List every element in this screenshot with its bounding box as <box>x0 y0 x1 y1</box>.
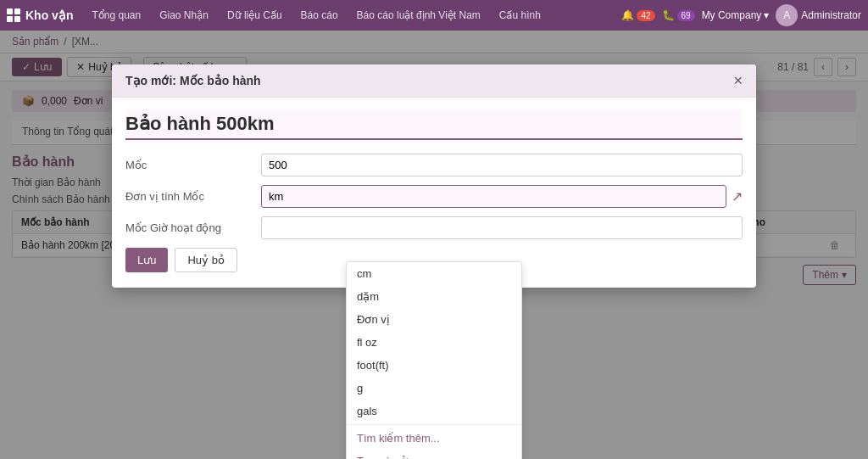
dropdown-item-dam[interactable]: dặm <box>347 285 521 308</box>
field-donvi-label: Đơn vị tính Mốc <box>125 190 261 203</box>
field-moc-input[interactable] <box>261 154 743 176</box>
external-link-icon[interactable]: ↗ <box>732 188 743 204</box>
modal-field-gio: Mốc Giờ hoạt động <box>125 216 743 239</box>
dropdown-list: cm dặm Đơn vị fl oz foot(ft) g gals Tìm … <box>346 261 522 459</box>
field-gio-control <box>261 216 743 239</box>
grid-icon <box>7 8 20 22</box>
company-label: My Company <box>702 9 762 21</box>
nav-giao-nhan[interactable]: Giao Nhận <box>151 0 217 31</box>
page-area: Sản phẩm / [XM... ✓ Lưu ✕ Huỷ bỏ Cập nhậ… <box>0 31 868 459</box>
modal-name-input[interactable] <box>125 109 743 140</box>
nav-tong-quan[interactable]: Tổng quan <box>83 0 149 31</box>
notification-badge: 42 <box>637 10 654 21</box>
bug-badge: 69 <box>677 10 695 21</box>
modal-save-button[interactable]: Lưu <box>125 248 168 272</box>
company-btn[interactable]: My Company ▾ <box>702 9 770 21</box>
dropdown-item-donvi[interactable]: Đơn vị <box>347 308 521 331</box>
bug-icon: 🐛 <box>662 9 675 21</box>
field-gio-label: Mốc Giờ hoạt động <box>125 221 261 234</box>
modal-body: Mốc Đơn vị tính Mốc km ↗ <box>112 98 756 288</box>
modal-dialog: Tạo mới: Mốc bảo hành × Mốc Đơn vị tính … <box>112 64 756 288</box>
top-nav: Tổng quan Giao Nhận Dữ liệu Cấu Báo cáo … <box>83 0 618 31</box>
dropdown-item-gals[interactable]: gals <box>347 400 521 423</box>
modal-close-button[interactable]: × <box>733 73 743 88</box>
nav-bao-cao-luat[interactable]: Báo cáo luật định Việt Nam <box>348 0 489 31</box>
dropdown-item-cm[interactable]: cm <box>347 262 521 285</box>
username: Administrator <box>801 9 861 21</box>
dropdown-item-floz[interactable]: fl oz <box>347 331 521 354</box>
dropdown-search-more[interactable]: Tìm kiếm thêm... <box>347 427 521 450</box>
field-donvi-control: km ↗ <box>261 185 743 208</box>
notification-btn[interactable]: 🔔 42 <box>621 9 654 21</box>
app-logo[interactable]: Kho vận <box>7 8 73 22</box>
logo-text: Kho vận <box>25 8 73 22</box>
modal-field-donvi: Đơn vị tính Mốc km ↗ <box>125 185 743 208</box>
bug-btn[interactable]: 🐛 69 <box>662 9 695 21</box>
user-menu[interactable]: A Administrator <box>776 4 861 26</box>
dropdown-divider <box>347 424 521 425</box>
modal-overlay: Tạo mới: Mốc bảo hành × Mốc Đơn vị tính … <box>0 31 868 459</box>
topbar: Kho vận Tổng quan Giao Nhận Dữ liệu Cấu … <box>0 0 868 31</box>
field-gio-input[interactable] <box>261 216 743 239</box>
nav-du-lieu[interactable]: Dữ liệu Cấu <box>219 0 291 31</box>
company-chevron-icon: ▾ <box>764 9 769 21</box>
field-donvi-select[interactable]: km <box>261 185 726 208</box>
modal-header: Tạo mới: Mốc bảo hành × <box>112 64 756 98</box>
dropdown-item-g[interactable]: g <box>347 377 521 400</box>
topbar-right: 🔔 42 🐛 69 My Company ▾ A Administrator <box>621 4 861 26</box>
select-wrapper: km ↗ <box>261 185 743 208</box>
field-moc-control <box>261 154 743 176</box>
dropdown-create-edit[interactable]: Tạo và sửa... <box>347 450 521 459</box>
modal-cancel-button[interactable]: Huỷ bỏ <box>175 248 236 272</box>
dropdown-item-foot[interactable]: foot(ft) <box>347 354 521 377</box>
field-moc-label: Mốc <box>125 159 261 171</box>
bell-icon: 🔔 <box>621 9 634 21</box>
modal-title: Tạo mới: Mốc bảo hành <box>125 74 261 87</box>
nav-cau-hinh[interactable]: Cấu hình <box>491 0 549 31</box>
modal-field-moc: Mốc <box>125 154 743 176</box>
avatar: A <box>776 4 798 26</box>
nav-bao-cao[interactable]: Báo cáo <box>292 0 347 31</box>
